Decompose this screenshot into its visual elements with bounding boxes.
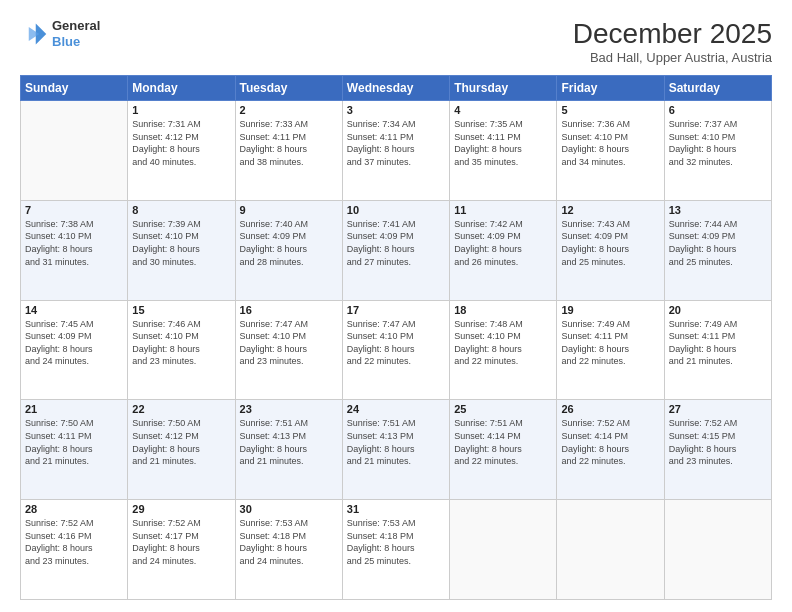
day-number: 12: [561, 204, 659, 216]
calendar-cell: 11Sunrise: 7:42 AMSunset: 4:09 PMDayligh…: [450, 200, 557, 300]
calendar-cell: 18Sunrise: 7:48 AMSunset: 4:10 PMDayligh…: [450, 300, 557, 400]
day-number: 8: [132, 204, 230, 216]
cell-info-line: Daylight: 8 hours: [454, 243, 552, 256]
cell-info-line: and 38 minutes.: [240, 156, 338, 169]
weekday-header-saturday: Saturday: [664, 76, 771, 101]
cell-info-line: Sunrise: 7:42 AM: [454, 218, 552, 231]
cell-info-line: and 21 minutes.: [240, 455, 338, 468]
cell-info-line: and 21 minutes.: [347, 455, 445, 468]
day-number: 14: [25, 304, 123, 316]
calendar-cell: [664, 500, 771, 600]
cell-info-line: Sunset: 4:16 PM: [25, 530, 123, 543]
cell-info-line: Sunset: 4:13 PM: [347, 430, 445, 443]
cell-info-line: Sunset: 4:13 PM: [240, 430, 338, 443]
cell-info-line: and 31 minutes.: [25, 256, 123, 269]
cell-info-line: Sunrise: 7:47 AM: [347, 318, 445, 331]
day-number: 16: [240, 304, 338, 316]
cell-info-line: Daylight: 8 hours: [132, 343, 230, 356]
cell-info-line: Daylight: 8 hours: [347, 243, 445, 256]
cell-info-line: Daylight: 8 hours: [669, 243, 767, 256]
day-number: 19: [561, 304, 659, 316]
month-title: December 2025: [573, 18, 772, 50]
calendar-cell: 13Sunrise: 7:44 AMSunset: 4:09 PMDayligh…: [664, 200, 771, 300]
weekday-header-monday: Monday: [128, 76, 235, 101]
cell-info-line: Daylight: 8 hours: [347, 542, 445, 555]
cell-info-line: and 22 minutes.: [561, 455, 659, 468]
cell-info-line: Sunrise: 7:39 AM: [132, 218, 230, 231]
cell-info-line: and 21 minutes.: [132, 455, 230, 468]
cell-info-line: and 23 minutes.: [240, 355, 338, 368]
cell-info-line: Daylight: 8 hours: [561, 243, 659, 256]
cell-info-line: Sunrise: 7:36 AM: [561, 118, 659, 131]
day-number: 29: [132, 503, 230, 515]
cell-info-line: and 25 minutes.: [561, 256, 659, 269]
cell-info-line: Sunrise: 7:48 AM: [454, 318, 552, 331]
cell-info-line: and 22 minutes.: [561, 355, 659, 368]
calendar-cell: 1Sunrise: 7:31 AMSunset: 4:12 PMDaylight…: [128, 101, 235, 201]
cell-info-line: Sunrise: 7:46 AM: [132, 318, 230, 331]
calendar-cell: 10Sunrise: 7:41 AMSunset: 4:09 PMDayligh…: [342, 200, 449, 300]
calendar-cell: 28Sunrise: 7:52 AMSunset: 4:16 PMDayligh…: [21, 500, 128, 600]
cell-info-line: Daylight: 8 hours: [454, 143, 552, 156]
logo-line1: General: [52, 18, 100, 34]
cell-info-line: Sunrise: 7:34 AM: [347, 118, 445, 131]
day-number: 31: [347, 503, 445, 515]
cell-info-line: Daylight: 8 hours: [25, 343, 123, 356]
cell-info-line: Daylight: 8 hours: [240, 443, 338, 456]
day-number: 20: [669, 304, 767, 316]
cell-info-line: and 22 minutes.: [454, 455, 552, 468]
cell-info-line: Daylight: 8 hours: [561, 443, 659, 456]
logo-line2: Blue: [52, 34, 100, 50]
cell-info-line: and 23 minutes.: [25, 555, 123, 568]
cell-info-line: Daylight: 8 hours: [132, 243, 230, 256]
cell-info-line: Sunset: 4:09 PM: [669, 230, 767, 243]
cell-info-line: Sunset: 4:10 PM: [25, 230, 123, 243]
calendar-cell: 12Sunrise: 7:43 AMSunset: 4:09 PMDayligh…: [557, 200, 664, 300]
calendar-cell: 3Sunrise: 7:34 AMSunset: 4:11 PMDaylight…: [342, 101, 449, 201]
cell-info-line: Sunrise: 7:52 AM: [25, 517, 123, 530]
cell-info-line: Sunset: 4:09 PM: [454, 230, 552, 243]
cell-info-line: Sunset: 4:14 PM: [454, 430, 552, 443]
cell-info-line: Sunrise: 7:47 AM: [240, 318, 338, 331]
cell-info-line: Sunrise: 7:44 AM: [669, 218, 767, 231]
cell-info-line: Sunset: 4:17 PM: [132, 530, 230, 543]
calendar-cell: 5Sunrise: 7:36 AMSunset: 4:10 PMDaylight…: [557, 101, 664, 201]
calendar-cell: 20Sunrise: 7:49 AMSunset: 4:11 PMDayligh…: [664, 300, 771, 400]
cell-info-line: Sunrise: 7:51 AM: [240, 417, 338, 430]
cell-info-line: Sunrise: 7:52 AM: [669, 417, 767, 430]
header: General Blue December 2025 Bad Hall, Upp…: [20, 18, 772, 65]
cell-info-line: Sunset: 4:10 PM: [454, 330, 552, 343]
calendar-cell: 14Sunrise: 7:45 AMSunset: 4:09 PMDayligh…: [21, 300, 128, 400]
cell-info-line: and 37 minutes.: [347, 156, 445, 169]
weekday-header-tuesday: Tuesday: [235, 76, 342, 101]
calendar-cell: 19Sunrise: 7:49 AMSunset: 4:11 PMDayligh…: [557, 300, 664, 400]
calendar-cell: 31Sunrise: 7:53 AMSunset: 4:18 PMDayligh…: [342, 500, 449, 600]
cell-info-line: and 26 minutes.: [454, 256, 552, 269]
cell-info-line: Sunset: 4:11 PM: [561, 330, 659, 343]
cell-info-line: and 21 minutes.: [25, 455, 123, 468]
cell-info-line: Daylight: 8 hours: [132, 542, 230, 555]
cell-info-line: Sunset: 4:11 PM: [240, 131, 338, 144]
calendar-cell: 29Sunrise: 7:52 AMSunset: 4:17 PMDayligh…: [128, 500, 235, 600]
day-number: 28: [25, 503, 123, 515]
cell-info-line: Daylight: 8 hours: [669, 443, 767, 456]
calendar-cell: 23Sunrise: 7:51 AMSunset: 4:13 PMDayligh…: [235, 400, 342, 500]
cell-info-line: Sunrise: 7:38 AM: [25, 218, 123, 231]
day-number: 13: [669, 204, 767, 216]
calendar-week-1: 1Sunrise: 7:31 AMSunset: 4:12 PMDaylight…: [21, 101, 772, 201]
calendar-cell: 22Sunrise: 7:50 AMSunset: 4:12 PMDayligh…: [128, 400, 235, 500]
logo-icon: [20, 20, 48, 48]
cell-info-line: Sunrise: 7:51 AM: [454, 417, 552, 430]
cell-info-line: Daylight: 8 hours: [132, 443, 230, 456]
cell-info-line: Sunrise: 7:31 AM: [132, 118, 230, 131]
cell-info-line: Sunrise: 7:50 AM: [132, 417, 230, 430]
cell-info-line: Sunrise: 7:35 AM: [454, 118, 552, 131]
day-number: 24: [347, 403, 445, 415]
calendar-cell: 6Sunrise: 7:37 AMSunset: 4:10 PMDaylight…: [664, 101, 771, 201]
cell-info-line: Sunset: 4:10 PM: [132, 230, 230, 243]
cell-info-line: Sunset: 4:12 PM: [132, 131, 230, 144]
day-number: 5: [561, 104, 659, 116]
cell-info-line: Daylight: 8 hours: [347, 343, 445, 356]
cell-info-line: Sunset: 4:09 PM: [561, 230, 659, 243]
cell-info-line: and 24 minutes.: [240, 555, 338, 568]
